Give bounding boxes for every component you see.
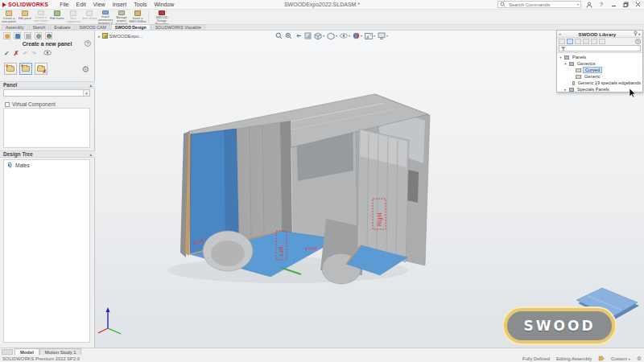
tab-model[interactable]: Model: [14, 348, 39, 355]
fully-defined-status: Fully Defined: [522, 356, 550, 361]
options-gear-icon[interactable]: ⚙: [637, 356, 642, 362]
library-help-icon[interactable]: ?: [635, 39, 641, 44]
tag-icon[interactable]: [598, 356, 605, 362]
library-filter-input[interactable]: [567, 45, 639, 51]
tab-swood-design[interactable]: SWOOD Design: [111, 24, 151, 30]
van-side-wall[interactable]: [237, 122, 282, 239]
tab-swood-cam[interactable]: SWOOD CAM: [76, 24, 110, 30]
library-view-detail-icon[interactable]: [575, 39, 581, 44]
new-panel-options-button[interactable]: [19, 63, 32, 75]
ribbon-separator: [148, 11, 149, 23]
pm-tab-display[interactable]: [45, 32, 52, 39]
expand-panel-icon[interactable]: ▸: [638, 31, 641, 36]
panel-settings-gear-icon[interactable]: ⚙: [81, 64, 89, 75]
library-item-generic[interactable]: Generic: [557, 73, 642, 80]
delete-panel-button[interactable]: ✗: [35, 63, 47, 75]
zoom-area-icon[interactable]: [285, 32, 292, 39]
dropdown-caret-icon[interactable]: ▾: [83, 90, 89, 96]
van-b-pillar[interactable]: [280, 121, 292, 238]
ribbon-button-manage-materials[interactable]: Manage project materials: [114, 10, 130, 24]
menu-file[interactable]: File: [60, 2, 68, 7]
restore-button[interactable]: [621, 1, 630, 9]
view-orientation-icon[interactable]: ▾: [314, 32, 324, 40]
zoom-fit-icon[interactable]: [275, 32, 283, 39]
help-icon[interactable]: ?: [597, 1, 605, 9]
virtual-component-checkbox[interactable]: [5, 102, 10, 107]
library-refresh-icon[interactable]: [591, 39, 597, 44]
tab-evaluate[interactable]: Evaluate: [50, 24, 74, 30]
collapse-icon[interactable]: ▴: [89, 152, 92, 157]
library-add-icon[interactable]: [583, 39, 589, 44]
ribbon-button-create-panel[interactable]: Create a new panel: [1, 10, 17, 24]
design-tree-section-header[interactable]: Design Tree ▴: [0, 150, 95, 158]
pm-help-icon[interactable]: ?: [85, 40, 91, 47]
ribbon-button-swood-reporting[interactable]: SWOOD Design Reporting: [151, 10, 172, 24]
panel-type-dropdown[interactable]: ▾: [3, 89, 90, 97]
library-item-curved[interactable]: Curved: [557, 67, 642, 73]
pm-tab-dimxpert[interactable]: [35, 32, 42, 39]
library-view-large-icon[interactable]: [559, 39, 565, 44]
library-item-generics[interactable]: ▾Generics: [557, 60, 642, 67]
visual-component-list[interactable]: [3, 108, 90, 148]
minimize-button[interactable]: [609, 1, 617, 9]
edit-appearance-icon[interactable]: ▾: [353, 32, 362, 39]
library-toolbar: ?: [557, 38, 642, 45]
pin-icon[interactable]: [633, 31, 638, 37]
menu-edit[interactable]: Edit: [76, 2, 86, 7]
flyout-feature-tree[interactable]: ▸ SWOODExpo...: [98, 33, 143, 39]
section-view-icon[interactable]: [304, 32, 312, 39]
flyout-assembly-label[interactable]: SWOODExpo...: [109, 34, 143, 39]
menu-view[interactable]: View: [93, 2, 105, 7]
ribbon-button-new-edgeband: New edgeband: [65, 10, 81, 24]
tab-assembly[interactable]: Assembly: [2, 24, 28, 30]
back-panel-shading: [224, 129, 239, 243]
virtual-component-row[interactable]: Virtual Component: [5, 101, 56, 107]
menu-tools[interactable]: Tools: [134, 2, 147, 7]
units-selector[interactable]: Custom ▾: [611, 356, 630, 361]
hide-show-items-icon[interactable]: ▾: [340, 33, 350, 39]
ok-button[interactable]: ✓: [4, 50, 10, 57]
tab-sketch[interactable]: Sketch: [29, 24, 50, 30]
panel-board-icon: [576, 68, 581, 72]
titlebar: SOLIDWORKS File Edit View Insert Tools W…: [0, 0, 644, 10]
user-account-icon[interactable]: [585, 1, 593, 9]
apply-scene-icon[interactable]: ▾: [365, 33, 375, 39]
view-settings-icon[interactable]: ▾: [378, 32, 388, 39]
cancel-button[interactable]: ✗: [14, 50, 19, 57]
flyout-expand-icon[interactable]: ▸: [98, 34, 101, 39]
tab-motion-study[interactable]: Motion Study 1: [39, 348, 82, 355]
pm-tab-features[interactable]: [3, 32, 10, 39]
close-button[interactable]: [634, 1, 642, 9]
search-commands-box[interactable]: ▾: [497, 1, 581, 8]
search-scope-caret-icon[interactable]: ▾: [577, 2, 579, 6]
ribbon-button-edit-frame[interactable]: Edit frame: [49, 10, 65, 24]
collapse-icon[interactable]: ▴: [89, 83, 92, 88]
tab-solidworks-visualize[interactable]: SOLIDWORKS Visualize: [151, 24, 205, 30]
library-item-generic19[interactable]: Generic 19 specials edgebands: [557, 80, 642, 86]
library-config-icon[interactable]: [599, 39, 605, 44]
menu-window[interactable]: Window: [154, 2, 174, 7]
tab-scroll-handle[interactable]: [2, 349, 13, 355]
pm-tab-properties[interactable]: [14, 32, 21, 39]
display-style-icon[interactable]: ▾: [327, 32, 337, 40]
design-tree-list[interactable]: Mates: [3, 159, 90, 343]
status-bar: SOLIDWORKS Premium 2022 SP2.0 Fully Defi…: [0, 355, 644, 362]
ribbon-button-edit-panel[interactable]: Edit panel: [17, 10, 33, 24]
search-input[interactable]: [507, 2, 576, 8]
library-item-panels[interactable]: ▾Panels: [557, 54, 642, 60]
menu-bar: File Edit View Insert Tools Window: [60, 2, 174, 7]
previous-view-icon[interactable]: [295, 32, 302, 39]
panel-section-header[interactable]: Panel ▴: [0, 81, 95, 88]
ribbon-button-insert-connectors[interactable]: Insert connectors between 2 components: [97, 10, 114, 24]
library-filter-box[interactable]: [559, 45, 641, 51]
new-panel-button[interactable]: [4, 63, 17, 75]
ribbon-button-insert-swoodbox[interactable]: Insert a SWOODBox: [130, 10, 146, 24]
library-view-list-icon[interactable]: [567, 39, 573, 44]
undo-button[interactable]: ↶: [23, 51, 27, 57]
pm-tab-configurations[interactable]: [24, 32, 31, 39]
menu-insert[interactable]: Insert: [113, 2, 127, 7]
virtual-component-label: Virtual Component: [12, 101, 56, 107]
mates-icon: [6, 162, 13, 168]
keep-visible-icon[interactable]: [43, 50, 52, 57]
design-tree-item-mates[interactable]: Mates: [4, 160, 89, 170]
